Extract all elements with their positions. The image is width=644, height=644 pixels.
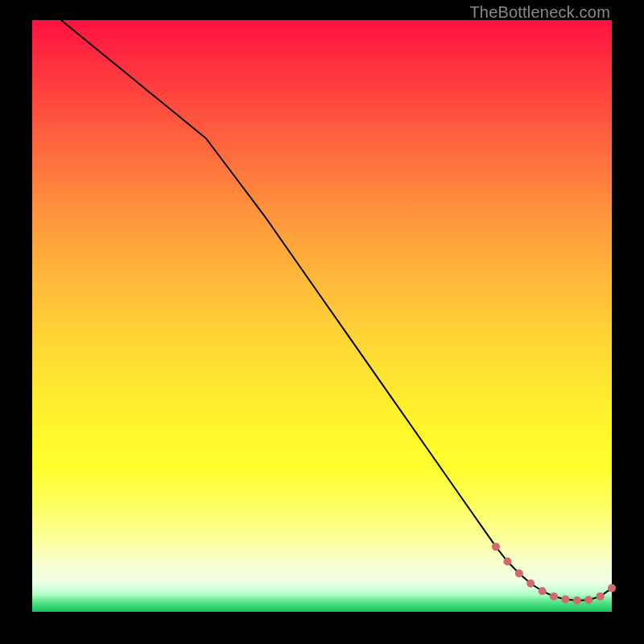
curve-marker — [561, 596, 569, 604]
curve-marker — [550, 592, 558, 601]
curve-marker — [515, 569, 523, 577]
curve-markers — [492, 543, 616, 605]
watermark-text: TheBottleneck.com — [469, 3, 610, 22]
curve-marker — [526, 580, 535, 588]
curve-marker — [584, 596, 592, 604]
plot-area — [32, 20, 612, 612]
curve-marker — [503, 558, 511, 566]
bottleneck-curve — [61, 20, 612, 601]
curve-marker — [608, 584, 616, 592]
curve-marker — [539, 587, 547, 595]
chart-svg — [32, 20, 612, 612]
curve-marker — [597, 592, 605, 601]
curve-marker — [492, 543, 500, 551]
curve-marker — [573, 597, 581, 605]
chart-stage: TheBottleneck.com — [0, 0, 644, 644]
